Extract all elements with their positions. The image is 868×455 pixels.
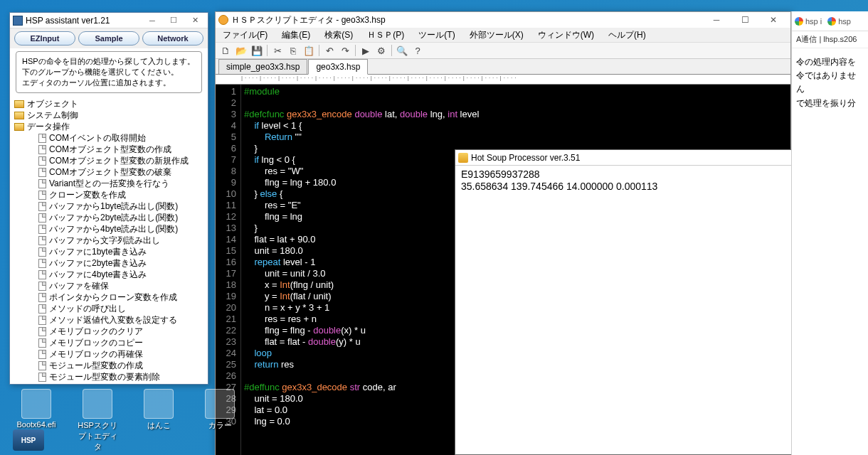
undo-icon[interactable]: ↶ (322, 43, 337, 58)
close-button[interactable]: ✕ (759, 13, 788, 27)
file-icon (38, 350, 46, 359)
output-body: E913965993728835.658634 139.745466 14.00… (455, 166, 792, 196)
tree-item[interactable]: バッファに4byte書き込み (13, 269, 205, 281)
hint-text: HSPの命令を目的の処理から探して入力します。下のグループから機能を選択してくだ… (16, 51, 202, 93)
file-tab[interactable]: simple_geo3x3.hsp (218, 59, 307, 74)
desktop-icon[interactable]: カラー (198, 389, 242, 452)
menu-item[interactable]: 外部ツール(X) (467, 28, 526, 42)
file-icon (38, 304, 46, 314)
file-icon (38, 247, 46, 257)
separator (391, 45, 392, 56)
tree-folder[interactable]: システム制御 (13, 110, 205, 122)
close-button[interactable]: ✕ (185, 14, 205, 27)
run-icon[interactable]: ▶ (359, 43, 373, 58)
tree-item[interactable]: バッファに2byte書き込み (13, 258, 205, 269)
menu-bar: ファイル(F)編集(E)検索(S)ＨＳＰ(P)ツール(T)外部ツール(X)ウィン… (216, 28, 790, 42)
file-icon (38, 225, 46, 234)
menu-item[interactable]: 検索(S) (322, 28, 356, 42)
desktop-icon[interactable]: HSPスクリプトエディタ (75, 389, 120, 452)
tree-item[interactable]: COMイベントの取得開始 (13, 133, 205, 144)
folder-icon (14, 100, 24, 108)
app-icon (13, 16, 23, 26)
assistant-tab-bar: EZInput Sample Network (10, 28, 208, 48)
icon-image (205, 389, 235, 419)
file-icon (38, 236, 46, 245)
browser-tab[interactable]: hsp i (792, 12, 825, 31)
paste-icon[interactable]: 📋 (302, 43, 316, 58)
separator (355, 45, 356, 56)
cut-icon[interactable]: ✂ (270, 43, 285, 58)
assistant-title-text: HSP assistant ver1.21 (26, 16, 110, 26)
tree-item[interactable]: メモリブロックのクリア (13, 326, 205, 338)
copy-icon[interactable]: ⎘ (286, 43, 300, 58)
file-tab[interactable]: geo3x3.hsp (308, 59, 368, 75)
icon-image (83, 389, 112, 419)
assistant-titlebar[interactable]: HSP assistant ver1.21 ─ ☐ ✕ (10, 13, 208, 28)
open-file-icon[interactable]: 📂 (234, 43, 248, 58)
tree-item[interactable]: ポインタからクローン変数を作成 (13, 292, 205, 304)
file-icon (38, 179, 46, 188)
output-titlebar[interactable]: Hot Soup Processor ver.3.51 (455, 150, 792, 166)
tab-sample[interactable]: Sample (78, 31, 139, 46)
save-icon[interactable]: 💾 (250, 43, 264, 58)
menu-item[interactable]: ツール(T) (416, 28, 457, 42)
editor-title-text: ＨＳＰスクリプトエディタ - geo3x3.hsp (231, 14, 386, 26)
browser-content: 令の処理内容を令ではありませんで処理を振り分 (792, 48, 868, 117)
tab-ezinput[interactable]: EZInput (14, 31, 75, 46)
tree-folder[interactable]: データ操作 (13, 122, 205, 133)
taskbar-hsp-icon[interactable]: HSP (13, 429, 47, 455)
menu-item[interactable]: ファイル(F) (220, 28, 270, 42)
tree-item[interactable]: メモリブロックの再確保 (13, 349, 205, 360)
icon-image (144, 389, 174, 419)
minimize-button[interactable]: ─ (702, 13, 731, 27)
tree-item[interactable]: バッファに1byte書き込み (13, 247, 205, 258)
tree-item[interactable]: バッファを確保 (13, 281, 205, 292)
tree-folder[interactable]: オブジェクト (13, 99, 205, 110)
tree-item[interactable]: メモリブロックのコピー (13, 338, 205, 349)
tree-view[interactable]: オブジェクトシステム制御データ操作COMイベントの取得開始COMオブジェクト型変… (10, 97, 208, 382)
maximize-button[interactable]: ☐ (731, 13, 759, 27)
file-icon (38, 338, 46, 348)
new-file-icon[interactable]: 🗋 (218, 43, 233, 58)
tab-network[interactable]: Network (142, 31, 203, 46)
file-icon (38, 327, 46, 336)
tree-item[interactable]: COMオブジェクト型変数の破棄 (13, 167, 205, 178)
file-icon (38, 213, 46, 223)
file-icon (38, 373, 46, 382)
tree-item[interactable]: Variant型との一括変換を行なう (13, 178, 205, 190)
browser-tab[interactable]: hsp (825, 12, 854, 31)
menu-item[interactable]: ウィンドウ(W) (535, 28, 597, 42)
file-tabs: simple_geo3x3.hspgeo3x3.hsp (216, 59, 790, 75)
maximize-button[interactable]: ☐ (164, 14, 184, 27)
tree-item[interactable]: バッファから1byte読み出し(関数) (13, 201, 205, 213)
separator (267, 45, 268, 56)
tree-item[interactable]: メソッドの呼び出し (13, 304, 205, 315)
assistant-window: HSP assistant ver1.21 ─ ☐ ✕ EZInput Samp… (9, 12, 208, 385)
desktop-icons: Bootx64.efiHSPスクリプトエディタはんこカラー (14, 389, 242, 452)
search-icon[interactable]: 🔍 (395, 43, 409, 58)
tree-item[interactable]: バッファから2byte読み出し(関数) (13, 213, 205, 224)
tree-item[interactable]: バッファから4byte読み出し(関数) (13, 224, 205, 235)
file-icon (38, 202, 46, 211)
tree-item[interactable]: バッファから文字列読み出し (13, 235, 205, 247)
file-icon (38, 293, 46, 302)
tree-item[interactable]: モジュール型変数の要素削除 (13, 372, 205, 382)
redo-icon[interactable]: ↷ (338, 43, 352, 58)
file-icon (38, 316, 46, 325)
menu-item[interactable]: ヘルプ(H) (605, 28, 649, 42)
desktop-icon[interactable]: はんこ (137, 389, 181, 452)
menu-item[interactable]: ＨＳＰ(P) (364, 28, 407, 42)
browser-window: hsp i hsp A通信 | lhsp.s206 令の処理内容を令ではありませ… (791, 11, 868, 455)
tree-item[interactable]: クローン変数を作成 (13, 190, 205, 201)
tree-item[interactable]: COMオブジェクト型変数の作成 (13, 144, 205, 156)
tree-item[interactable]: モジュール型変数の作成 (13, 360, 205, 372)
icon-image (21, 389, 51, 419)
tree-item[interactable]: COMオブジェクト型変数の新規作成 (13, 156, 205, 167)
tool-icon[interactable]: ⚙ (374, 43, 388, 58)
menu-item[interactable]: 編集(E) (279, 28, 313, 42)
file-icon (38, 168, 46, 177)
editor-titlebar[interactable]: ＨＳＰスクリプトエディタ - geo3x3.hsp ─ ☐ ✕ (216, 12, 790, 28)
tree-item[interactable]: メソッド返値代入変数を設定する (13, 315, 205, 326)
minimize-button[interactable]: ─ (142, 14, 162, 27)
help-icon[interactable]: ? (411, 43, 425, 58)
